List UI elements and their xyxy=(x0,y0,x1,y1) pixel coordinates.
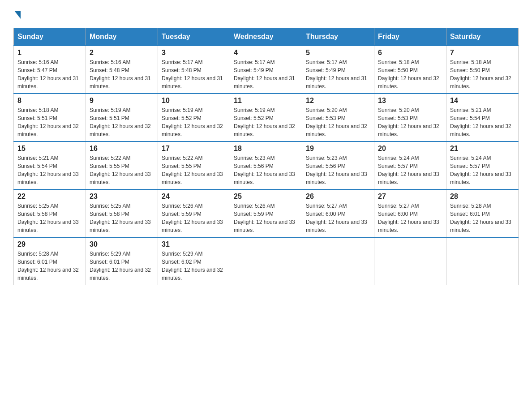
day-number: 17 xyxy=(162,145,226,153)
calendar-cell: 11 Sunrise: 5:19 AM Sunset: 5:52 PM Dayl… xyxy=(230,94,302,141)
calendar-cell: 30 Sunrise: 5:29 AM Sunset: 6:01 PM Dayl… xyxy=(86,237,158,285)
day-number: 11 xyxy=(234,97,298,105)
day-number: 24 xyxy=(162,193,226,201)
logo-arrow-icon xyxy=(14,11,21,19)
day-number: 30 xyxy=(90,240,154,248)
day-number: 7 xyxy=(450,49,515,57)
day-number: 19 xyxy=(306,145,370,153)
calendar-cell: 14 Sunrise: 5:21 AM Sunset: 5:54 PM Dayl… xyxy=(446,94,519,141)
calendar-cell xyxy=(230,237,302,285)
day-info: Sunrise: 5:23 AM Sunset: 5:56 PM Dayligh… xyxy=(234,154,298,186)
day-number: 26 xyxy=(306,193,370,201)
day-info: Sunrise: 5:21 AM Sunset: 5:54 PM Dayligh… xyxy=(450,106,515,138)
calendar-cell: 10 Sunrise: 5:19 AM Sunset: 5:52 PM Dayl… xyxy=(158,94,230,141)
calendar-cell: 29 Sunrise: 5:28 AM Sunset: 6:01 PM Dayl… xyxy=(14,237,86,285)
day-number: 14 xyxy=(450,97,515,105)
calendar-cell: 21 Sunrise: 5:24 AM Sunset: 5:57 PM Dayl… xyxy=(446,141,519,189)
calendar-cell xyxy=(374,237,446,285)
calendar-cell: 22 Sunrise: 5:25 AM Sunset: 5:58 PM Dayl… xyxy=(14,189,86,237)
day-info: Sunrise: 5:19 AM Sunset: 5:51 PM Dayligh… xyxy=(90,106,154,138)
calendar-cell: 31 Sunrise: 5:29 AM Sunset: 6:02 PM Dayl… xyxy=(158,237,230,285)
week-row-1: 1 Sunrise: 5:16 AM Sunset: 5:47 PM Dayli… xyxy=(14,46,519,94)
day-number: 25 xyxy=(234,193,298,201)
day-info: Sunrise: 5:28 AM Sunset: 6:01 PM Dayligh… xyxy=(17,250,82,282)
day-info: Sunrise: 5:19 AM Sunset: 5:52 PM Dayligh… xyxy=(234,106,298,138)
col-header-thursday: Thursday xyxy=(302,28,374,46)
day-info: Sunrise: 5:27 AM Sunset: 6:00 PM Dayligh… xyxy=(378,202,442,234)
calendar-cell: 23 Sunrise: 5:25 AM Sunset: 5:58 PM Dayl… xyxy=(86,189,158,237)
calendar-cell: 19 Sunrise: 5:23 AM Sunset: 5:56 PM Dayl… xyxy=(302,141,374,189)
day-info: Sunrise: 5:20 AM Sunset: 5:53 PM Dayligh… xyxy=(306,106,370,138)
calendar-cell: 9 Sunrise: 5:19 AM Sunset: 5:51 PM Dayli… xyxy=(86,94,158,141)
calendar-cell: 1 Sunrise: 5:16 AM Sunset: 5:47 PM Dayli… xyxy=(14,46,86,94)
calendar-cell: 26 Sunrise: 5:27 AM Sunset: 6:00 PM Dayl… xyxy=(302,189,374,237)
day-number: 22 xyxy=(17,193,82,201)
day-number: 3 xyxy=(162,49,226,57)
col-header-tuesday: Tuesday xyxy=(158,28,230,46)
day-number: 5 xyxy=(306,49,370,57)
day-info: Sunrise: 5:18 AM Sunset: 5:50 PM Dayligh… xyxy=(378,58,442,90)
calendar-cell xyxy=(302,237,374,285)
day-info: Sunrise: 5:26 AM Sunset: 5:59 PM Dayligh… xyxy=(162,202,226,234)
day-number: 16 xyxy=(90,145,154,153)
calendar-header-row: SundayMondayTuesdayWednesdayThursdayFrid… xyxy=(14,28,519,46)
calendar-cell: 6 Sunrise: 5:18 AM Sunset: 5:50 PM Dayli… xyxy=(374,46,446,94)
col-header-saturday: Saturday xyxy=(446,28,519,46)
calendar-cell: 12 Sunrise: 5:20 AM Sunset: 5:53 PM Dayl… xyxy=(302,94,374,141)
day-number: 9 xyxy=(90,97,154,105)
calendar-cell: 5 Sunrise: 5:17 AM Sunset: 5:49 PM Dayli… xyxy=(302,46,374,94)
logo xyxy=(13,9,21,19)
calendar-cell xyxy=(446,237,519,285)
calendar-cell: 16 Sunrise: 5:22 AM Sunset: 5:55 PM Dayl… xyxy=(86,141,158,189)
calendar-cell: 20 Sunrise: 5:24 AM Sunset: 5:57 PM Dayl… xyxy=(374,141,446,189)
day-number: 31 xyxy=(162,240,226,248)
day-info: Sunrise: 5:25 AM Sunset: 5:58 PM Dayligh… xyxy=(17,202,82,234)
calendar-cell: 27 Sunrise: 5:27 AM Sunset: 6:00 PM Dayl… xyxy=(374,189,446,237)
day-info: Sunrise: 5:24 AM Sunset: 5:57 PM Dayligh… xyxy=(378,154,442,186)
week-row-5: 29 Sunrise: 5:28 AM Sunset: 6:01 PM Dayl… xyxy=(14,237,519,285)
day-info: Sunrise: 5:22 AM Sunset: 5:55 PM Dayligh… xyxy=(162,154,226,186)
day-info: Sunrise: 5:20 AM Sunset: 5:53 PM Dayligh… xyxy=(378,106,442,138)
col-header-wednesday: Wednesday xyxy=(230,28,302,46)
day-number: 10 xyxy=(162,97,226,105)
day-number: 18 xyxy=(234,145,298,153)
day-number: 2 xyxy=(90,49,154,57)
day-number: 27 xyxy=(378,193,442,201)
calendar-cell: 24 Sunrise: 5:26 AM Sunset: 5:59 PM Dayl… xyxy=(158,189,230,237)
calendar-cell: 17 Sunrise: 5:22 AM Sunset: 5:55 PM Dayl… xyxy=(158,141,230,189)
day-info: Sunrise: 5:21 AM Sunset: 5:54 PM Dayligh… xyxy=(17,154,82,186)
day-number: 13 xyxy=(378,97,442,105)
day-number: 20 xyxy=(378,145,442,153)
calendar-cell: 4 Sunrise: 5:17 AM Sunset: 5:49 PM Dayli… xyxy=(230,46,302,94)
day-number: 4 xyxy=(234,49,298,57)
week-row-2: 8 Sunrise: 5:18 AM Sunset: 5:51 PM Dayli… xyxy=(14,94,519,141)
day-number: 28 xyxy=(450,193,515,201)
day-info: Sunrise: 5:16 AM Sunset: 5:47 PM Dayligh… xyxy=(17,58,82,90)
day-number: 21 xyxy=(450,145,515,153)
day-number: 15 xyxy=(17,145,82,153)
week-row-3: 15 Sunrise: 5:21 AM Sunset: 5:54 PM Dayl… xyxy=(14,141,519,189)
calendar-table: SundayMondayTuesdayWednesdayThursdayFrid… xyxy=(13,28,519,285)
calendar-cell: 28 Sunrise: 5:28 AM Sunset: 6:01 PM Dayl… xyxy=(446,189,519,237)
day-info: Sunrise: 5:25 AM Sunset: 5:58 PM Dayligh… xyxy=(90,202,154,234)
day-number: 29 xyxy=(17,240,82,248)
day-info: Sunrise: 5:19 AM Sunset: 5:52 PM Dayligh… xyxy=(162,106,226,138)
day-number: 23 xyxy=(90,193,154,201)
calendar-cell: 25 Sunrise: 5:26 AM Sunset: 5:59 PM Dayl… xyxy=(230,189,302,237)
day-info: Sunrise: 5:26 AM Sunset: 5:59 PM Dayligh… xyxy=(234,202,298,234)
calendar-cell: 3 Sunrise: 5:17 AM Sunset: 5:48 PM Dayli… xyxy=(158,46,230,94)
col-header-monday: Monday xyxy=(86,28,158,46)
calendar-cell: 7 Sunrise: 5:18 AM Sunset: 5:50 PM Dayli… xyxy=(446,46,519,94)
day-info: Sunrise: 5:16 AM Sunset: 5:48 PM Dayligh… xyxy=(90,58,154,90)
calendar-cell: 2 Sunrise: 5:16 AM Sunset: 5:48 PM Dayli… xyxy=(86,46,158,94)
day-number: 1 xyxy=(17,49,82,57)
day-info: Sunrise: 5:17 AM Sunset: 5:48 PM Dayligh… xyxy=(162,58,226,90)
calendar-cell: 8 Sunrise: 5:18 AM Sunset: 5:51 PM Dayli… xyxy=(14,94,86,141)
day-info: Sunrise: 5:29 AM Sunset: 6:02 PM Dayligh… xyxy=(162,250,226,282)
day-info: Sunrise: 5:18 AM Sunset: 5:50 PM Dayligh… xyxy=(450,58,515,90)
calendar-cell: 18 Sunrise: 5:23 AM Sunset: 5:56 PM Dayl… xyxy=(230,141,302,189)
col-header-friday: Friday xyxy=(374,28,446,46)
day-info: Sunrise: 5:17 AM Sunset: 5:49 PM Dayligh… xyxy=(234,58,298,90)
day-info: Sunrise: 5:17 AM Sunset: 5:49 PM Dayligh… xyxy=(306,58,370,90)
day-info: Sunrise: 5:24 AM Sunset: 5:57 PM Dayligh… xyxy=(450,154,515,186)
